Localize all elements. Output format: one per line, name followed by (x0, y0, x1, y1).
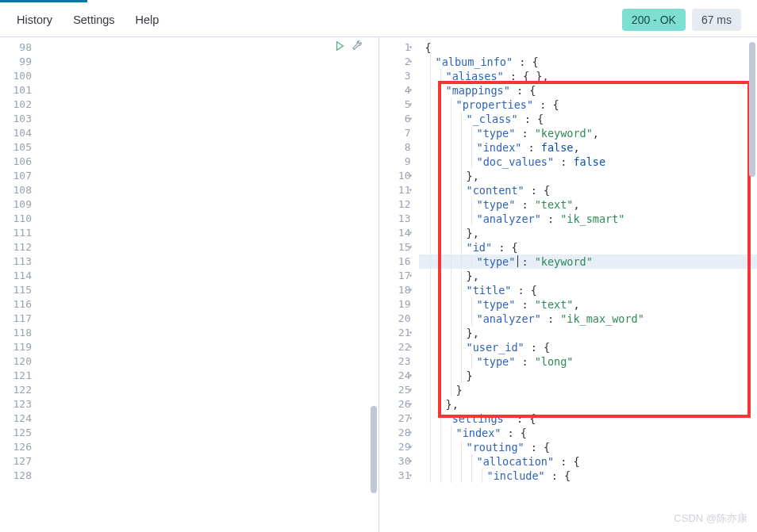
http-status-badge: 200 - OK (622, 9, 686, 31)
line-gutter-right: 1234567891011121314151617181920212223242… (379, 37, 419, 532)
scrollbar-left[interactable] (369, 42, 377, 527)
line-gutter-left: 9899100101102103104105106107108109110111… (0, 37, 40, 532)
scrollbar-right[interactable] (747, 42, 755, 527)
tab-history[interactable]: History (6, 2, 63, 36)
request-editor[interactable]: 9899100101102103104105106107108109110111… (0, 37, 379, 532)
run-icon[interactable] (334, 40, 345, 54)
tab-help[interactable]: Help (125, 2, 170, 36)
svg-marker-0 (336, 42, 343, 51)
request-code-area[interactable] (40, 37, 378, 532)
wrench-icon[interactable] (352, 40, 363, 54)
response-code-area[interactable]: {"album_info" : {"aliases" : { },"mappin… (419, 37, 758, 532)
latency-badge: 67 ms (692, 9, 741, 31)
tab-settings[interactable]: Settings (63, 2, 125, 36)
status-badges: 200 - OK 67 ms (622, 9, 757, 31)
toolbar: History Settings Help 200 - OK 67 ms (0, 2, 757, 37)
response-viewer[interactable]: || 1234567891011121314151617181920212223… (379, 37, 758, 532)
